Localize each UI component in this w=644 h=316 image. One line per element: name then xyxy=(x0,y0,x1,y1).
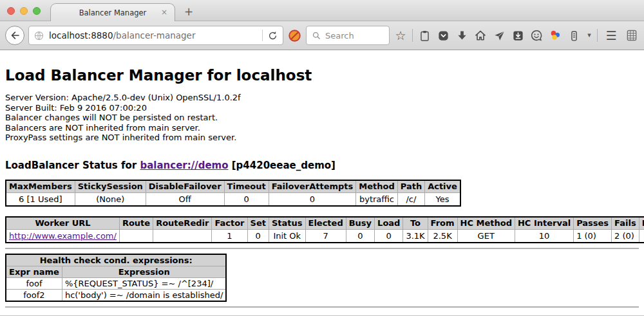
status-suffix: [p4420eeae_demo] xyxy=(229,160,336,171)
set-cell: 0 xyxy=(247,230,269,243)
url-bar[interactable]: localhost:8880/balancer-manager xyxy=(28,26,283,45)
reload-icon[interactable] xyxy=(267,30,278,41)
path-cell: /c/ xyxy=(397,193,424,206)
route-cell xyxy=(119,230,153,243)
active-cell: Yes xyxy=(425,193,460,206)
column-header: Expr name xyxy=(6,266,62,277)
server-built-line: Server Built: Feb 9 2016 07:00:20 xyxy=(5,103,639,113)
balancer-settings-table: MaxMembers StickySession DisableFailover… xyxy=(5,180,461,207)
new-tab-button[interactable]: + xyxy=(184,6,193,17)
column-header: Factor xyxy=(212,217,247,230)
worker-status-table: Worker URL Route RouteRedir Factor Set S… xyxy=(5,216,644,243)
worker-url-link[interactable]: http://www.example.com/ xyxy=(9,231,117,241)
bookmarks-clipboard-icon[interactable] xyxy=(417,28,431,43)
expr-name-cell: foof2 xyxy=(6,289,62,301)
factor-cell: 1 xyxy=(212,230,247,243)
send-plane-icon[interactable] xyxy=(492,28,506,43)
persist-note-line: Balancer changes will NOT be persisted o… xyxy=(5,113,639,123)
column-header: RouteRedir xyxy=(153,217,212,230)
column-header: From xyxy=(428,217,457,230)
table-header-row: MaxMembers StickySession DisableFailover… xyxy=(6,180,460,193)
toolbar-buttons: ☆ xyxy=(393,28,593,43)
fails-cell: 2 (0) xyxy=(612,230,639,243)
close-window-button[interactable] xyxy=(7,7,15,15)
zoom-window-button[interactable] xyxy=(33,7,41,15)
page-content: Load Balancer Manager for localhost Serv… xyxy=(0,50,644,315)
expression-cell: %{REQUEST_STATUS} =~ /^[234]/ xyxy=(62,277,226,289)
menu-hamburger-icon[interactable]: ☰ xyxy=(604,28,618,43)
video-download-icon[interactable] xyxy=(511,28,525,43)
column-header: Route xyxy=(119,217,153,230)
column-header: HC Method xyxy=(457,217,515,230)
grid-extension-icon[interactable] xyxy=(625,28,639,43)
toolbar-divider xyxy=(412,29,413,42)
titlebar: Balancer Manager × + xyxy=(0,0,644,21)
search-icon xyxy=(312,31,321,41)
column-header: Worker URL xyxy=(6,217,119,230)
column-header: Set xyxy=(247,217,269,230)
minimize-window-button[interactable] xyxy=(20,7,28,15)
worker-row: http://www.example.com/ 1 0 Init Ok 7 0 … xyxy=(6,230,644,243)
expression-cell: hc('body') =~ /domain is established/ xyxy=(62,289,226,301)
failover-attempts-cell: 0 xyxy=(269,193,356,206)
blocked-content-icon[interactable] xyxy=(287,28,302,43)
column-header: Busy xyxy=(346,217,374,230)
url-domain: localhost:8880 xyxy=(49,30,113,41)
chat-smiley-icon[interactable] xyxy=(529,28,544,43)
status-prefix: LoadBalancer Status for xyxy=(5,160,140,171)
home-icon[interactable] xyxy=(473,28,488,43)
globe-icon xyxy=(33,30,44,41)
pocket-icon[interactable] xyxy=(436,28,450,43)
column-header: HC Interval xyxy=(515,217,573,230)
disable-failover-cell: Off xyxy=(146,193,224,206)
column-header: HC uri xyxy=(639,217,644,230)
from-cell: 2.5K xyxy=(428,230,457,243)
window-controls xyxy=(7,7,41,15)
max-members-cell: 6 [1 Used] xyxy=(6,193,75,206)
server-version-line: Server Version: Apache/2.5.0-dev (Unix) … xyxy=(5,93,639,103)
column-header: FailoverAttempts xyxy=(269,180,356,193)
dropdown-caret-icon[interactable]: ▾ xyxy=(585,28,593,43)
column-header: To xyxy=(403,217,428,230)
sticky-session-cell: (None) xyxy=(75,193,146,206)
page-title: Load Balancer Manager for localhost xyxy=(5,67,639,84)
column-header: Fails xyxy=(612,217,639,230)
horizontal-rule xyxy=(5,306,639,308)
balancer-demo-link[interactable]: balancer://demo xyxy=(140,160,228,171)
table-title-row: Health check cond. expressions: xyxy=(6,254,226,266)
method-cell: bytraffic xyxy=(356,193,397,206)
health-expr-row: foof %{REQUEST_STATUS} =~ /^[234]/ xyxy=(6,277,226,289)
tab-balancer-manager[interactable]: Balancer Manager × xyxy=(50,3,175,21)
url-text: localhost:8880/balancer-manager xyxy=(49,30,195,41)
column-header: Active xyxy=(425,180,460,193)
horizontal-rule xyxy=(5,248,639,249)
url-divider xyxy=(262,30,263,41)
back-button[interactable] xyxy=(5,26,24,45)
hc-interval-cell: 10 xyxy=(515,230,573,243)
url-path: /balancer-manager xyxy=(113,30,196,41)
navigation-toolbar: localhost:8880/balancer-manager Search ☆ xyxy=(0,21,644,50)
status-cell: Init Ok xyxy=(269,230,305,243)
downloads-icon[interactable] xyxy=(455,28,469,43)
back-icon xyxy=(9,30,21,41)
star-icon[interactable]: ☆ xyxy=(393,28,408,43)
table-row: 6 [1 Used] (None) Off 0 0 bytraffic /c/ … xyxy=(6,193,460,206)
color-dots-icon[interactable] xyxy=(548,28,562,43)
column-header: Load xyxy=(375,217,403,230)
battery-extension-icon[interactable] xyxy=(567,28,581,43)
tab-close-icon[interactable]: × xyxy=(161,8,167,16)
column-header: Path xyxy=(397,180,424,193)
column-header: DisableFailover xyxy=(146,180,224,193)
health-table-title: Health check cond. expressions: xyxy=(6,254,226,266)
column-header: Timeout xyxy=(224,180,269,193)
passes-cell: 1 (0) xyxy=(574,230,612,243)
load-cell: 0 xyxy=(375,230,403,243)
loadbalancer-status-heading: LoadBalancer Status for balancer://demo … xyxy=(5,160,639,171)
hc-uri-cell xyxy=(639,230,644,243)
search-input[interactable]: Search xyxy=(306,26,390,45)
column-header: Method xyxy=(356,180,397,193)
column-header: Expression xyxy=(62,266,226,277)
table-header-row: Expr name Expression xyxy=(6,266,226,277)
table-header-row: Worker URL Route RouteRedir Factor Set S… xyxy=(6,217,644,230)
hc-method-cell: GET xyxy=(457,230,515,243)
